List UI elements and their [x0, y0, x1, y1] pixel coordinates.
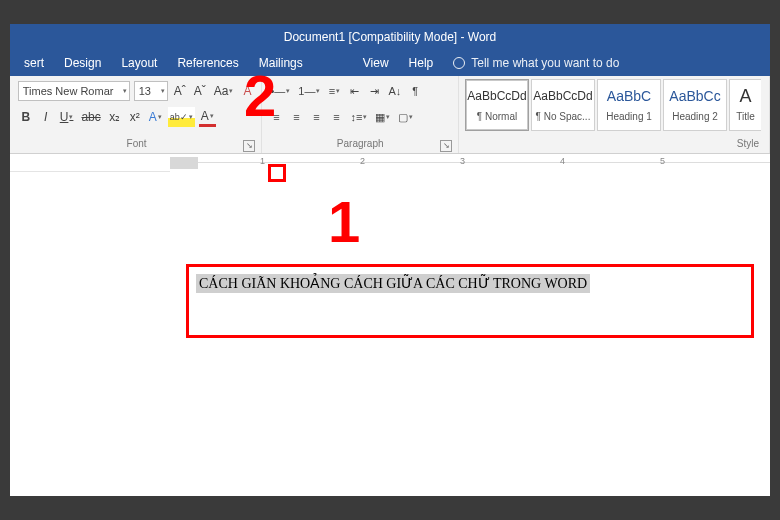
style-normal[interactable]: AaBbCcDd ¶ Normal [465, 79, 529, 131]
style-heading1[interactable]: AaBbC Heading 1 [597, 79, 661, 131]
group-paragraph: •—▾ 1—▾ ≡▾ ⇤ ⇥ A↓ ¶ ≡ ≡ ≡ ≡ ↕≡▾ ▦▾ ▢▾ [262, 76, 459, 153]
title-bar: Document1 [Compatibility Mode] - Word [10, 24, 770, 50]
subscript-button[interactable]: x₂ [107, 107, 123, 127]
underline-button[interactable]: U▾ [58, 107, 76, 127]
font-dialog-launcher[interactable]: ↘ [243, 140, 255, 152]
superscript-button[interactable]: x² [127, 107, 143, 127]
strike-button[interactable]: abc [79, 107, 102, 127]
grow-font-button[interactable]: Aˆ [172, 81, 188, 101]
sort-button[interactable]: A↓ [386, 81, 403, 101]
tab-help[interactable]: Help [399, 52, 444, 74]
multilevel-button[interactable]: ≡▾ [326, 81, 342, 101]
line-spacing-button[interactable]: ↕≡▾ [348, 107, 369, 127]
bold-button[interactable]: B [18, 107, 34, 127]
tab-layout[interactable]: Layout [111, 52, 167, 74]
ribbon: Times New Romar▾ 13▾ Aˆ Aˇ Aa▾ A B I U▾ … [10, 76, 770, 154]
style-title[interactable]: A Title [729, 79, 761, 131]
increase-indent-button[interactable]: ⇥ [366, 81, 382, 101]
tell-me-text: Tell me what you want to do [471, 56, 619, 70]
word-window: Document1 [Compatibility Mode] - Word se… [10, 24, 770, 496]
window-title: Document1 [Compatibility Mode] - Word [284, 30, 497, 44]
font-size-combo[interactable]: 13▾ [134, 81, 168, 101]
annotation-1: 1 [328, 188, 360, 255]
group-font: Times New Romar▾ 13▾ Aˆ Aˇ Aa▾ A B I U▾ … [12, 76, 263, 153]
ribbon-tabs: sert Design Layout References Mailings V… [10, 50, 770, 76]
shading-button[interactable]: ▦▾ [373, 107, 392, 127]
tab-view[interactable]: View [353, 52, 399, 74]
italic-button[interactable]: I [38, 107, 54, 127]
annotation-rect-1 [186, 264, 754, 338]
borders-button[interactable]: ▢▾ [396, 107, 415, 127]
tab-design[interactable]: Design [54, 52, 111, 74]
bulb-icon [453, 57, 465, 69]
annotation-2: 2 [244, 62, 276, 129]
annotation-rect-2 [268, 164, 286, 182]
tell-me[interactable]: Tell me what you want to do [453, 56, 619, 70]
shrink-font-button[interactable]: Aˇ [192, 81, 208, 101]
style-heading2[interactable]: AaBbCc Heading 2 [663, 79, 727, 131]
style-no-spacing[interactable]: AaBbCcDd ¶ No Spac... [531, 79, 595, 131]
tab-insert[interactable]: sert [14, 52, 54, 74]
change-case-button[interactable]: Aa▾ [212, 81, 236, 101]
align-right-button[interactable]: ≡ [308, 107, 324, 127]
font-name-combo[interactable]: Times New Romar▾ [18, 81, 130, 101]
tab-hidden[interactable] [313, 59, 353, 67]
font-color-button[interactable]: A▾ [199, 107, 216, 127]
group-styles: AaBbCcDd ¶ Normal AaBbCcDd ¶ No Spac... … [459, 76, 770, 153]
font-group-label: Font [127, 138, 147, 149]
paragraph-group-label: Paragraph [337, 138, 384, 149]
text-effects-button[interactable]: A▾ [147, 107, 164, 127]
ruler[interactable]: 1 2 3 4 5 [10, 154, 770, 172]
highlight-button[interactable]: ab✓▾ [168, 107, 195, 127]
paragraph-dialog-launcher[interactable]: ↘ [440, 140, 452, 152]
document-area[interactable]: CÁCH GIÃN KHOẢNG CÁCH GIỮA CÁC CHỮ TRONG… [10, 172, 770, 496]
decrease-indent-button[interactable]: ⇤ [346, 81, 362, 101]
justify-button[interactable]: ≡ [328, 107, 344, 127]
styles-group-label: Style [737, 138, 759, 149]
numbering-button[interactable]: 1—▾ [296, 81, 322, 101]
align-center-button[interactable]: ≡ [288, 107, 304, 127]
show-marks-button[interactable]: ¶ [407, 81, 423, 101]
tab-references[interactable]: References [167, 52, 248, 74]
